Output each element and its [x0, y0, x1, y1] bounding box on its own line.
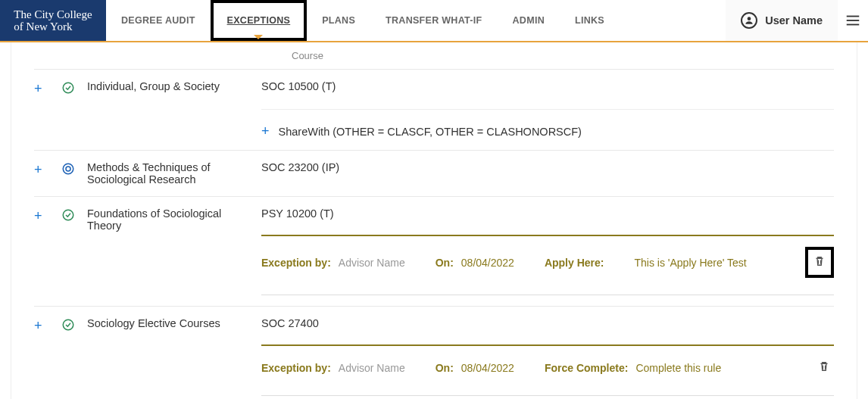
status-inprogress-icon — [61, 162, 76, 179]
user-name: User Name — [765, 14, 823, 26]
delete-exception-button[interactable] — [814, 357, 834, 379]
svg-point-5 — [63, 164, 73, 174]
requirement-title: Methods & Techniques of Sociological Res… — [87, 161, 261, 185]
exception-on-value: 08/04/2022 — [461, 257, 514, 269]
tab-plans[interactable]: PLANS — [307, 0, 370, 41]
requirement-title: Sociology Elective Courses — [87, 317, 261, 329]
requirement-row: + Foundations of Sociological Theory PSY… — [34, 196, 834, 306]
topbar: The City College of New York DEGREE AUDI… — [0, 0, 868, 42]
requirement-body: PSY 10200 (T) Exception by: Advisor Name… — [261, 207, 834, 295]
course-text: SOC 23200 (IP) — [261, 161, 834, 173]
nav-tabs: DEGREE AUDIT EXCEPTIONS PLANS TRANSFER W… — [106, 0, 620, 41]
course-text: SOC 10500 (T) — [261, 80, 834, 92]
brand-line2: of New York — [14, 20, 92, 33]
tab-degree-audit[interactable]: DEGREE AUDIT — [106, 0, 211, 41]
brand-logo: The City College of New York — [0, 0, 106, 41]
trash-icon — [817, 360, 831, 373]
tab-transfer-what-if[interactable]: TRANSFER WHAT-IF — [370, 0, 497, 41]
requirement-title: Individual, Group & Society — [87, 80, 261, 92]
exception-type-label: Force Complete: — [545, 362, 628, 374]
expand-button[interactable]: + — [34, 318, 52, 334]
exception-on-label: On: — [436, 257, 454, 269]
exception-by-value: Advisor Name — [339, 257, 405, 269]
requirement-body: SOC 23200 (IP) — [261, 161, 834, 173]
delete-exception-button[interactable] — [805, 247, 834, 278]
sharewith-row: + ShareWith (OTHER = CLASCF, OTHER = CLA… — [261, 109, 834, 139]
status-complete-icon — [61, 318, 76, 335]
requirement-body: SOC 27400 Exception by: Advisor Name On:… — [261, 317, 834, 396]
sharewith-add-button[interactable]: + — [261, 123, 270, 139]
svg-point-10 — [63, 320, 73, 330]
requirement-body: SOC 10500 (T) + ShareWith (OTHER = CLASC… — [261, 80, 834, 139]
requirement-row: + Methods & Techniques of Sociological R… — [34, 150, 834, 196]
expand-button[interactable]: + — [34, 208, 52, 224]
tab-links[interactable]: LINKS — [560, 0, 620, 41]
exception-by-label: Exception by: — [261, 362, 331, 374]
requirement-row: + Sociology Elective Courses SOC 27400 E… — [34, 306, 834, 399]
user-icon — [741, 12, 757, 29]
course-text: PSY 10200 (T) — [261, 207, 834, 220]
tab-admin[interactable]: ADMIN — [498, 0, 560, 41]
exception-block: Exception by: Advisor Name On: 08/04/202… — [261, 235, 834, 295]
user-block[interactable]: User Name — [726, 0, 838, 41]
course-text: SOC 27400 — [261, 317, 834, 329]
expand-button[interactable]: + — [34, 81, 52, 97]
exception-type-value: This is 'Apply Here' Test — [634, 257, 746, 269]
menu-button[interactable] — [838, 0, 868, 41]
exception-type-label: Apply Here: — [545, 257, 604, 269]
exception-block: Exception by: Advisor Name On: 08/04/202… — [261, 344, 834, 396]
svg-point-0 — [748, 17, 751, 20]
sharewith-text: ShareWith (OTHER = CLASCF, OTHER = CLASH… — [279, 126, 582, 138]
brand-line1: The City College — [14, 8, 92, 21]
status-complete-icon — [61, 81, 76, 98]
expand-button[interactable]: + — [34, 162, 52, 178]
requirement-title: Foundations of Sociological Theory — [87, 207, 261, 232]
exception-type-value: Complete this rule — [635, 362, 721, 374]
exception-by-value: Advisor Name — [339, 362, 405, 374]
column-header-course: Course — [34, 42, 834, 69]
svg-point-4 — [63, 83, 73, 93]
requirement-row: + Individual, Group & Society SOC 10500 … — [34, 69, 834, 150]
exception-on-label: On: — [436, 362, 454, 374]
content-panel: Course + Individual, Group & Society SOC… — [11, 42, 857, 399]
tab-exceptions[interactable]: EXCEPTIONS — [211, 0, 308, 41]
exception-by-label: Exception by: — [261, 257, 331, 269]
svg-point-7 — [63, 210, 73, 220]
exception-on-value: 08/04/2022 — [461, 362, 514, 374]
trash-icon — [813, 254, 826, 268]
status-complete-icon — [61, 208, 76, 225]
svg-point-6 — [66, 167, 70, 171]
